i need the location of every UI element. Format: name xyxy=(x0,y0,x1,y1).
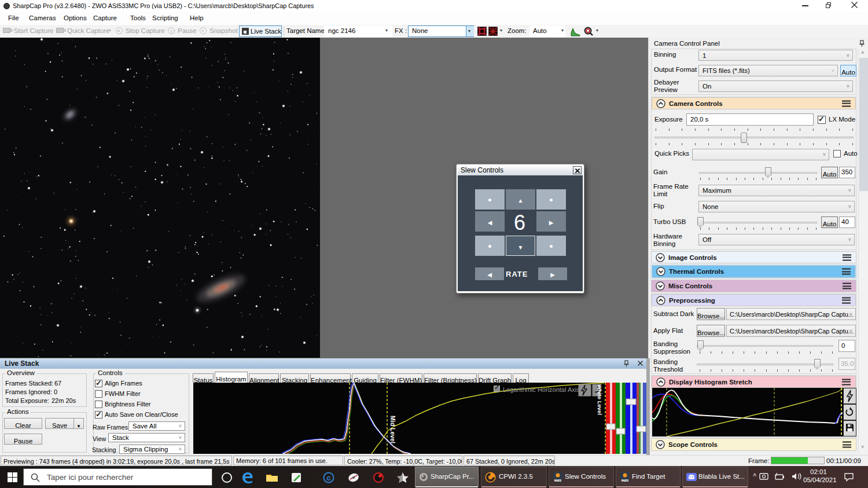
svg-text:CPWI: CPWI xyxy=(621,479,628,482)
svg-text:c: c xyxy=(326,474,330,482)
svg-text:CPWI: CPWI xyxy=(554,479,561,482)
